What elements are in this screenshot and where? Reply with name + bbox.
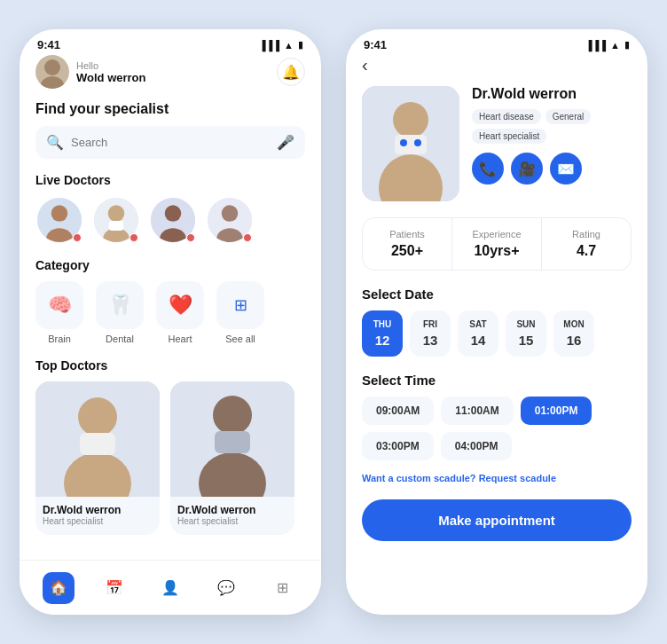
nav-home[interactable]: 🏠 <box>43 572 75 604</box>
phone-icon: 📞 <box>479 161 497 177</box>
doctor-photo <box>362 86 459 201</box>
nav-messages[interactable]: 💬 <box>210 572 242 604</box>
patients-value: 250+ <box>370 243 444 259</box>
status-icons-left: ▐▐▐ ▲ ▮ <box>259 39 303 51</box>
custom-schedule-label: Want a custom scadule? <box>362 473 479 483</box>
doctor-card-name: Dr.Wold werron <box>43 504 153 516</box>
back-button[interactable]: ‹ <box>362 55 368 75</box>
doctor-card-info: Dr.Wold werron Heart specialist <box>170 497 294 535</box>
time-3pm[interactable]: 03:00PM <box>362 432 434 460</box>
day-mon: MON <box>563 319 584 329</box>
status-icons-right: ▐▐▐ ▲ ▮ <box>585 39 630 51</box>
messages-icon: 💬 <box>210 572 242 604</box>
seeall-category-icon: ⊞ <box>216 281 264 329</box>
status-bar-left: 9:41 ▐▐▐ ▲ ▮ <box>20 29 321 55</box>
apps-icon: ⊞ <box>266 572 298 604</box>
wifi-icon: ▲ <box>610 40 620 51</box>
user-greeting: Hello Wold werron <box>76 60 145 84</box>
bottom-nav: 🏠 📅 👤 💬 ⊞ <box>20 560 321 615</box>
email-button[interactable]: ✉️ <box>550 153 582 185</box>
svg-rect-26 <box>395 135 427 154</box>
avatar <box>35 55 69 89</box>
nav-profile[interactable]: 👤 <box>154 572 186 604</box>
status-bar-right: 9:41 ▐▐▐ ▲ ▮ <box>346 29 647 55</box>
home-icon: 🏠 <box>43 572 75 604</box>
user-name: Wold werron <box>76 71 145 84</box>
list-item[interactable] <box>206 196 254 244</box>
doctor-card-specialty: Heart specialist <box>43 516 153 526</box>
num-15: 15 <box>519 333 534 348</box>
signal-icon: ▐▐▐ <box>585 40 606 51</box>
num-12: 12 <box>375 333 390 348</box>
doctor-card-info: Dr.Wold werron Heart specialist <box>35 497 160 535</box>
battery-icon: ▮ <box>624 39 630 51</box>
stats-row: Patients 250+ Experience 10yrs+ Rating 4… <box>362 217 632 271</box>
search-input[interactable] <box>71 136 270 149</box>
svg-rect-8 <box>109 221 124 231</box>
request-schedule-link[interactable]: Request scadule <box>479 473 556 483</box>
doctor-silhouette <box>170 381 294 497</box>
list-item[interactable]: Dr.Wold werron Heart specialist <box>35 381 160 535</box>
tag-heart-specialist: Heart specialist <box>472 129 546 144</box>
list-item[interactable]: 🦷 Dental <box>96 281 144 344</box>
num-14: 14 <box>471 333 486 348</box>
rating-label: Rating <box>549 229 624 240</box>
doctor-card-specialty: Heart specialist <box>177 516 287 526</box>
experience-label: Experience <box>459 229 534 240</box>
profile-icon: 👤 <box>154 572 186 604</box>
time-9am[interactable]: 09:00AM <box>362 397 434 425</box>
list-item[interactable]: 🧠 Brain <box>35 281 83 344</box>
live-indicator <box>73 233 82 242</box>
list-item[interactable] <box>149 196 197 244</box>
time-1pm[interactable]: 01:00PM <box>521 397 592 425</box>
list-item[interactable]: ❤️ Heart <box>156 281 204 344</box>
wifi-icon: ▲ <box>284 40 294 51</box>
svg-point-28 <box>414 139 421 146</box>
list-item[interactable] <box>92 196 140 244</box>
svg-point-10 <box>165 205 182 222</box>
live-avatars-row <box>35 196 305 244</box>
make-appointment-button[interactable]: Make appointment <box>362 499 632 541</box>
bell-icon: 🔔 <box>282 64 300 81</box>
live-doctors-section: Live Doctors <box>35 173 305 244</box>
avatar-row: Hello Wold werron <box>35 55 145 89</box>
svg-point-20 <box>213 396 252 435</box>
date-sat[interactable]: SAT 14 <box>458 310 498 357</box>
nav-calendar[interactable]: 📅 <box>98 572 130 604</box>
video-button[interactable]: 🎥 <box>511 153 543 185</box>
rating-value: 4.7 <box>549 243 624 259</box>
tag-general: General <box>545 109 592 124</box>
svg-point-16 <box>78 397 117 436</box>
list-item[interactable]: Dr.Wold werron Heart specialist <box>170 381 294 535</box>
date-thu[interactable]: THU 12 <box>362 310 403 357</box>
microphone-icon[interactable]: 🎤 <box>277 134 294 151</box>
svg-point-6 <box>108 205 125 222</box>
battery-icon: ▮ <box>298 39 303 51</box>
tag-heart-disease: Heart disease <box>472 109 541 124</box>
time-4pm[interactable]: 04:00PM <box>441 432 513 460</box>
category-items-row: 🧠 Brain 🦷 Dental ❤️ Heart ⊞ See all <box>35 281 305 344</box>
doctor-profile-card: Dr.Wold werron Heart disease General Hea… <box>362 86 632 201</box>
date-mon[interactable]: MON 16 <box>553 310 594 357</box>
doctor-card-image <box>35 381 160 497</box>
day-sun: SUN <box>516 319 535 329</box>
notification-bell-button[interactable]: 🔔 <box>277 58 305 86</box>
call-button[interactable]: 📞 <box>472 153 504 185</box>
list-item[interactable]: ⊞ See all <box>216 281 264 344</box>
brain-category-icon: 🧠 <box>35 281 83 329</box>
left-phone: 9:41 ▐▐▐ ▲ ▮ Hello Wold werron <box>20 29 321 615</box>
avatar-img <box>35 55 69 89</box>
experience-value: 10yrs+ <box>459 243 534 259</box>
custom-schedule-text: Want a custom scadule? Request scadule <box>362 473 632 483</box>
list-item[interactable] <box>35 196 83 244</box>
header-row: Hello Wold werron 🔔 <box>35 55 305 89</box>
patients-label: Patients <box>370 229 444 240</box>
category-section: Category 🧠 Brain 🦷 Dental ❤️ Heart ⊞ See… <box>35 258 305 344</box>
stat-experience: Experience 10yrs+ <box>452 218 542 270</box>
date-fri[interactable]: FRI 13 <box>410 310 451 357</box>
time-11am[interactable]: 11:00AM <box>441 397 513 425</box>
nav-apps[interactable]: ⊞ <box>266 572 298 604</box>
doctor-card-image <box>170 381 294 497</box>
date-sun[interactable]: SUN 15 <box>506 310 546 357</box>
time-grid: 09:00AM 11:00AM 01:00PM 03:00PM 04:00PM <box>362 397 632 460</box>
